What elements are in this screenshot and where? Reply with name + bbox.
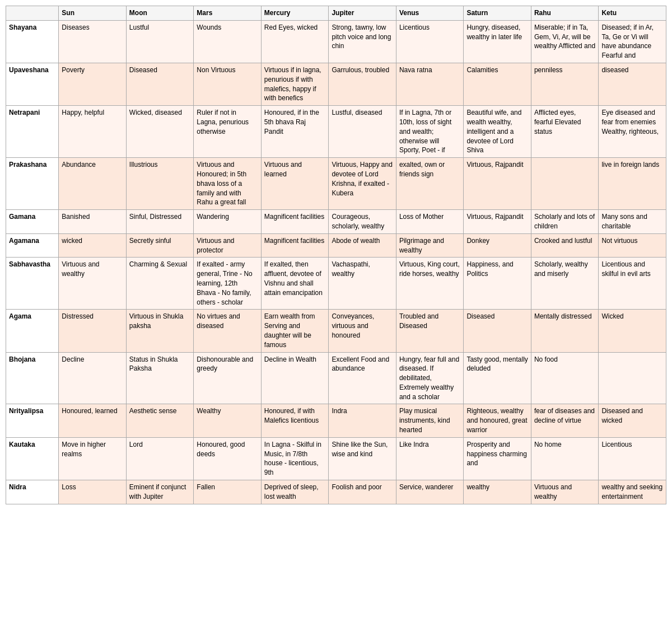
cell-moon: Diseased bbox=[126, 63, 194, 105]
cell-rahu bbox=[531, 158, 599, 210]
cell-sun: Banished bbox=[59, 210, 127, 234]
cell-venus: Like Indra bbox=[396, 437, 464, 480]
cell-mercury: In Lagna - Skilful in Music, in 7/8th ho… bbox=[261, 437, 329, 480]
cell-ketu: Eye diseased and fear from enemies Wealt… bbox=[599, 106, 666, 158]
table-row: NrityalipsaHonoured, learnedAesthetic se… bbox=[6, 404, 666, 437]
cell-sun: Move in higher realms bbox=[59, 437, 127, 480]
cell-mercury: Red Eyes, wicked bbox=[261, 20, 329, 63]
row-label-header bbox=[6, 6, 59, 21]
cell-venus: exalted, own or friends sign bbox=[396, 158, 464, 210]
table-row: UpaveshanaPovertyDiseasedNon VirtuousVir… bbox=[6, 63, 666, 105]
cell-mars: Wealthy bbox=[194, 404, 262, 437]
cell-ketu bbox=[599, 352, 666, 404]
planet-header-mars: Mars bbox=[194, 6, 262, 21]
cell-jupiter: Conveyances, virtuous and honoured bbox=[329, 310, 396, 352]
cell-venus: Pilgrimage and wealthy bbox=[396, 233, 464, 258]
cell-rahu: penniless bbox=[531, 63, 599, 105]
row-label: Agamana bbox=[6, 233, 59, 258]
cell-saturn: Tasty good, mentally deluded bbox=[464, 352, 531, 404]
cell-mars: Fallen bbox=[194, 480, 262, 504]
cell-mars: Dishonourable and greedy bbox=[194, 352, 262, 404]
cell-jupiter: Strong, tawny, low pitch voice and long … bbox=[329, 20, 396, 63]
row-label: Agama bbox=[6, 310, 59, 352]
planet-header-saturn: Saturn bbox=[464, 6, 531, 21]
cell-saturn: Donkey bbox=[464, 233, 531, 258]
cell-rahu: Crooked and lustful bbox=[531, 233, 599, 258]
cell-mars: Wounds bbox=[194, 20, 262, 63]
row-label: Upaveshana bbox=[6, 63, 59, 105]
cell-saturn: Virtuous, Rajpandit bbox=[464, 158, 531, 210]
table-row: NetrapaniHappy, helpfulWicked, diseasedR… bbox=[6, 106, 666, 158]
cell-venus: Nava ratna bbox=[396, 63, 464, 105]
cell-sun: Poverty bbox=[59, 63, 127, 105]
cell-mercury: Virtuous if in lagna, penurious if with … bbox=[261, 63, 329, 105]
cell-mercury: Honoured, if with Malefics licentious bbox=[261, 404, 329, 437]
planet-header-sun: Sun bbox=[59, 6, 127, 21]
cell-sun: wicked bbox=[59, 233, 127, 258]
cell-venus: Service, wanderer bbox=[396, 480, 464, 504]
cell-venus: Hungry, fear full and diseased. If debil… bbox=[396, 352, 464, 404]
cell-rahu: Afflicted eyes, fearful Elevated status bbox=[531, 106, 599, 158]
cell-mercury: Earn wealth from Serving and daughter wi… bbox=[261, 310, 329, 352]
cell-rahu: Mentally distressed bbox=[531, 310, 599, 352]
cell-sun: Happy, helpful bbox=[59, 106, 127, 158]
cell-rahu: No food bbox=[531, 352, 599, 404]
cell-ketu: diseased bbox=[599, 63, 666, 105]
table-row: GamanaBanishedSinful, DistressedWanderin… bbox=[6, 210, 666, 234]
cell-jupiter: Indra bbox=[329, 404, 396, 437]
table-row: PrakashanaAbundanceIllustriousVirtuous a… bbox=[6, 158, 666, 210]
cell-saturn: Beautiful wife, and wealth wealthy, inte… bbox=[464, 106, 531, 158]
cell-sun: Virtuous and wealthy bbox=[59, 258, 127, 310]
cell-saturn: Calamities bbox=[464, 63, 531, 105]
cell-moon: Wicked, diseased bbox=[126, 106, 194, 158]
cell-venus: Loss of Mother bbox=[396, 210, 464, 234]
table-row: BhojanaDeclineStatus in Shukla PakshaDis… bbox=[6, 352, 666, 404]
cell-jupiter: Excellent Food and abundance bbox=[329, 352, 396, 404]
cell-jupiter: Virtuous, Happy and devotee of Lord Kris… bbox=[329, 158, 396, 210]
cell-mars: Wandering bbox=[194, 210, 262, 234]
cell-mercury: Decline in Wealth bbox=[261, 352, 329, 404]
cell-ketu: Licentious bbox=[599, 437, 666, 480]
cell-venus: If in Lagna, 7th or 10th, loss of sight … bbox=[396, 106, 464, 158]
table-row: AgamanawickedSecretly sinfulVirtuous and… bbox=[6, 233, 666, 258]
cell-mars: Ruler if not in Lagna, penurious otherwi… bbox=[194, 106, 262, 158]
cell-saturn: Diseased bbox=[464, 310, 531, 352]
main-table: SunMoonMarsMercuryJupiterVenusSaturnRahu… bbox=[6, 6, 666, 504]
row-label: Nrityalipsa bbox=[6, 404, 59, 437]
cell-mars: Virtuous and Honoured; in 5th bhava loss… bbox=[194, 158, 262, 210]
cell-moon: Illustrious bbox=[126, 158, 194, 210]
cell-venus: Virtuous, King court, ride horses, wealt… bbox=[396, 258, 464, 310]
table-row: KautakaMove in higher realmsLordHonoured… bbox=[6, 437, 666, 480]
planet-header-mercury: Mercury bbox=[261, 6, 329, 21]
cell-rahu: Scholarly and lots of children bbox=[531, 210, 599, 234]
cell-saturn: Prosperity and happiness charming and bbox=[464, 437, 531, 480]
cell-mars: Honoured, good deeds bbox=[194, 437, 262, 480]
cell-moon: Lord bbox=[126, 437, 194, 480]
cell-ketu: Many sons and charitable bbox=[599, 210, 666, 234]
cell-jupiter: Shine like the Sun, wise and kind bbox=[329, 437, 396, 480]
cell-moon: Virtuous in Shukla paksha bbox=[126, 310, 194, 352]
cell-ketu: Wicked bbox=[599, 310, 666, 352]
row-label: Sabhavastha bbox=[6, 258, 59, 310]
planet-header-venus: Venus bbox=[396, 6, 464, 21]
planet-header-moon: Moon bbox=[126, 6, 194, 21]
cell-ketu: Diseased and wicked bbox=[599, 404, 666, 437]
cell-mars: Non Virtuous bbox=[194, 63, 262, 105]
planet-header-rahu: Rahu bbox=[531, 6, 599, 21]
cell-mercury: Deprived of sleep, lost wealth bbox=[261, 480, 329, 504]
cell-moon: Sinful, Distressed bbox=[126, 210, 194, 234]
cell-rahu: Miserable; if in Ta, Gem, Vi, Ar, will b… bbox=[531, 20, 599, 63]
cell-saturn: Righteous, wealthy and honoured, great w… bbox=[464, 404, 531, 437]
cell-mars: Virtuous and protector bbox=[194, 233, 262, 258]
cell-moon: Charming & Sexual bbox=[126, 258, 194, 310]
planet-header-jupiter: Jupiter bbox=[329, 6, 396, 21]
cell-sun: Abundance bbox=[59, 158, 127, 210]
cell-venus: Play musical instruments, kind hearted bbox=[396, 404, 464, 437]
cell-sun: Honoured, learned bbox=[59, 404, 127, 437]
cell-saturn: Virtuous, Rajpandit bbox=[464, 210, 531, 234]
cell-ketu: live in foreign lands bbox=[599, 158, 666, 210]
cell-moon: Eminent if conjunct with Jupiter bbox=[126, 480, 194, 504]
table-row: NidraLossEminent if conjunct with Jupite… bbox=[6, 480, 666, 504]
cell-venus: Troubled and Diseased bbox=[396, 310, 464, 352]
cell-jupiter: Garrulous, troubled bbox=[329, 63, 396, 105]
